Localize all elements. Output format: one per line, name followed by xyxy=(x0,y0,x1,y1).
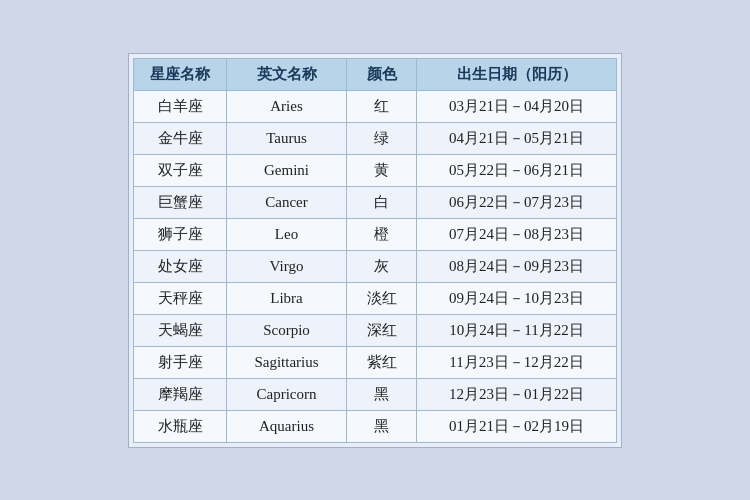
header-date: 出生日期（阳历） xyxy=(417,58,617,90)
cell-english: Leo xyxy=(227,218,347,250)
table-row: 天秤座Libra淡红09月24日－10月23日 xyxy=(134,282,617,314)
cell-date: 12月23日－01月22日 xyxy=(417,378,617,410)
cell-date: 03月21日－04月20日 xyxy=(417,90,617,122)
cell-english: Capricorn xyxy=(227,378,347,410)
table-row: 摩羯座Capricorn黑12月23日－01月22日 xyxy=(134,378,617,410)
cell-color: 绿 xyxy=(347,122,417,154)
cell-english: Aquarius xyxy=(227,410,347,442)
cell-date: 04月21日－05月21日 xyxy=(417,122,617,154)
cell-color: 黑 xyxy=(347,410,417,442)
table-row: 水瓶座Aquarius黑01月21日－02月19日 xyxy=(134,410,617,442)
cell-color: 淡红 xyxy=(347,282,417,314)
cell-chinese: 天秤座 xyxy=(134,282,227,314)
cell-chinese: 水瓶座 xyxy=(134,410,227,442)
cell-date: 06月22日－07月23日 xyxy=(417,186,617,218)
cell-color: 橙 xyxy=(347,218,417,250)
table-row: 巨蟹座Cancer白06月22日－07月23日 xyxy=(134,186,617,218)
cell-english: Libra xyxy=(227,282,347,314)
header-color: 颜色 xyxy=(347,58,417,90)
header-chinese: 星座名称 xyxy=(134,58,227,90)
table-row: 狮子座Leo橙07月24日－08月23日 xyxy=(134,218,617,250)
table-body: 白羊座Aries红03月21日－04月20日金牛座Taurus绿04月21日－0… xyxy=(134,90,617,442)
cell-date: 08月24日－09月23日 xyxy=(417,250,617,282)
cell-chinese: 天蝎座 xyxy=(134,314,227,346)
table-row: 双子座Gemini黄05月22日－06月21日 xyxy=(134,154,617,186)
cell-chinese: 白羊座 xyxy=(134,90,227,122)
table-header-row: 星座名称 英文名称 颜色 出生日期（阳历） xyxy=(134,58,617,90)
cell-chinese: 射手座 xyxy=(134,346,227,378)
cell-english: Scorpio xyxy=(227,314,347,346)
cell-english: Cancer xyxy=(227,186,347,218)
cell-chinese: 双子座 xyxy=(134,154,227,186)
cell-date: 07月24日－08月23日 xyxy=(417,218,617,250)
cell-english: Aries xyxy=(227,90,347,122)
table-row: 处女座Virgo灰08月24日－09月23日 xyxy=(134,250,617,282)
cell-chinese: 巨蟹座 xyxy=(134,186,227,218)
cell-color: 黑 xyxy=(347,378,417,410)
table-row: 天蝎座Scorpio深红10月24日－11月22日 xyxy=(134,314,617,346)
cell-date: 09月24日－10月23日 xyxy=(417,282,617,314)
cell-chinese: 摩羯座 xyxy=(134,378,227,410)
cell-date: 11月23日－12月22日 xyxy=(417,346,617,378)
cell-date: 10月24日－11月22日 xyxy=(417,314,617,346)
table-row: 射手座Sagittarius紫红11月23日－12月22日 xyxy=(134,346,617,378)
cell-color: 白 xyxy=(347,186,417,218)
table-row: 金牛座Taurus绿04月21日－05月21日 xyxy=(134,122,617,154)
cell-color: 黄 xyxy=(347,154,417,186)
cell-date: 01月21日－02月19日 xyxy=(417,410,617,442)
table-row: 白羊座Aries红03月21日－04月20日 xyxy=(134,90,617,122)
header-english: 英文名称 xyxy=(227,58,347,90)
cell-chinese: 金牛座 xyxy=(134,122,227,154)
cell-date: 05月22日－06月21日 xyxy=(417,154,617,186)
cell-english: Taurus xyxy=(227,122,347,154)
cell-color: 灰 xyxy=(347,250,417,282)
cell-english: Gemini xyxy=(227,154,347,186)
cell-english: Virgo xyxy=(227,250,347,282)
cell-english: Sagittarius xyxy=(227,346,347,378)
cell-chinese: 狮子座 xyxy=(134,218,227,250)
cell-color: 红 xyxy=(347,90,417,122)
zodiac-table-container: 星座名称 英文名称 颜色 出生日期（阳历） 白羊座Aries红03月21日－04… xyxy=(128,53,622,448)
cell-chinese: 处女座 xyxy=(134,250,227,282)
cell-color: 紫红 xyxy=(347,346,417,378)
cell-color: 深红 xyxy=(347,314,417,346)
zodiac-table: 星座名称 英文名称 颜色 出生日期（阳历） 白羊座Aries红03月21日－04… xyxy=(133,58,617,443)
